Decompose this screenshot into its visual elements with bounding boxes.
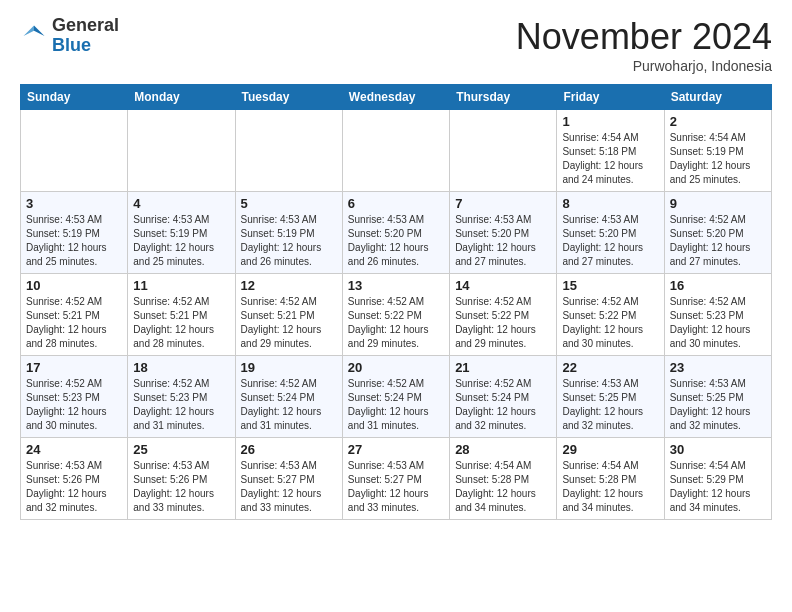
day-info: Sunrise: 4:52 AM Sunset: 5:21 PM Dayligh… [133, 295, 229, 351]
calendar-cell [21, 110, 128, 192]
calendar-cell: 26Sunrise: 4:53 AM Sunset: 5:27 PM Dayli… [235, 438, 342, 520]
calendar-cell: 27Sunrise: 4:53 AM Sunset: 5:27 PM Dayli… [342, 438, 449, 520]
day-info: Sunrise: 4:53 AM Sunset: 5:27 PM Dayligh… [241, 459, 337, 515]
day-number: 24 [26, 442, 122, 457]
calendar-cell: 22Sunrise: 4:53 AM Sunset: 5:25 PM Dayli… [557, 356, 664, 438]
calendar-cell: 21Sunrise: 4:52 AM Sunset: 5:24 PM Dayli… [450, 356, 557, 438]
calendar-week-1: 3Sunrise: 4:53 AM Sunset: 5:19 PM Daylig… [21, 192, 772, 274]
calendar-cell: 23Sunrise: 4:53 AM Sunset: 5:25 PM Dayli… [664, 356, 771, 438]
calendar-week-2: 10Sunrise: 4:52 AM Sunset: 5:21 PM Dayli… [21, 274, 772, 356]
day-number: 13 [348, 278, 444, 293]
day-number: 28 [455, 442, 551, 457]
day-info: Sunrise: 4:53 AM Sunset: 5:20 PM Dayligh… [455, 213, 551, 269]
day-info: Sunrise: 4:52 AM Sunset: 5:23 PM Dayligh… [26, 377, 122, 433]
calendar-cell: 30Sunrise: 4:54 AM Sunset: 5:29 PM Dayli… [664, 438, 771, 520]
day-info: Sunrise: 4:52 AM Sunset: 5:24 PM Dayligh… [348, 377, 444, 433]
day-number: 1 [562, 114, 658, 129]
day-info: Sunrise: 4:54 AM Sunset: 5:19 PM Dayligh… [670, 131, 766, 187]
day-number: 21 [455, 360, 551, 375]
day-info: Sunrise: 4:53 AM Sunset: 5:25 PM Dayligh… [562, 377, 658, 433]
calendar-cell: 4Sunrise: 4:53 AM Sunset: 5:19 PM Daylig… [128, 192, 235, 274]
calendar-cell: 24Sunrise: 4:53 AM Sunset: 5:26 PM Dayli… [21, 438, 128, 520]
calendar-week-4: 24Sunrise: 4:53 AM Sunset: 5:26 PM Dayli… [21, 438, 772, 520]
day-info: Sunrise: 4:52 AM Sunset: 5:23 PM Dayligh… [670, 295, 766, 351]
logo-icon [20, 22, 48, 50]
calendar-cell: 1Sunrise: 4:54 AM Sunset: 5:18 PM Daylig… [557, 110, 664, 192]
calendar-cell: 9Sunrise: 4:52 AM Sunset: 5:20 PM Daylig… [664, 192, 771, 274]
day-number: 12 [241, 278, 337, 293]
day-info: Sunrise: 4:53 AM Sunset: 5:20 PM Dayligh… [562, 213, 658, 269]
day-number: 20 [348, 360, 444, 375]
svg-marker-1 [24, 25, 35, 36]
calendar-cell: 14Sunrise: 4:52 AM Sunset: 5:22 PM Dayli… [450, 274, 557, 356]
calendar-cell: 5Sunrise: 4:53 AM Sunset: 5:19 PM Daylig… [235, 192, 342, 274]
col-header-monday: Monday [128, 85, 235, 110]
calendar-cell [450, 110, 557, 192]
location: Purwoharjo, Indonesia [516, 58, 772, 74]
logo-blue-text: Blue [52, 36, 119, 56]
calendar-cell: 15Sunrise: 4:52 AM Sunset: 5:22 PM Dayli… [557, 274, 664, 356]
calendar-cell: 25Sunrise: 4:53 AM Sunset: 5:26 PM Dayli… [128, 438, 235, 520]
calendar-cell: 12Sunrise: 4:52 AM Sunset: 5:21 PM Dayli… [235, 274, 342, 356]
header: General Blue November 2024 Purwoharjo, I… [20, 16, 772, 74]
day-info: Sunrise: 4:52 AM Sunset: 5:24 PM Dayligh… [455, 377, 551, 433]
calendar-cell: 8Sunrise: 4:53 AM Sunset: 5:20 PM Daylig… [557, 192, 664, 274]
logo-text: General Blue [52, 16, 119, 56]
day-info: Sunrise: 4:53 AM Sunset: 5:19 PM Dayligh… [26, 213, 122, 269]
calendar-cell: 29Sunrise: 4:54 AM Sunset: 5:28 PM Dayli… [557, 438, 664, 520]
calendar-cell: 3Sunrise: 4:53 AM Sunset: 5:19 PM Daylig… [21, 192, 128, 274]
day-number: 27 [348, 442, 444, 457]
calendar-cell: 16Sunrise: 4:52 AM Sunset: 5:23 PM Dayli… [664, 274, 771, 356]
day-number: 8 [562, 196, 658, 211]
day-number: 30 [670, 442, 766, 457]
col-header-saturday: Saturday [664, 85, 771, 110]
title-block: November 2024 Purwoharjo, Indonesia [516, 16, 772, 74]
day-number: 17 [26, 360, 122, 375]
day-info: Sunrise: 4:54 AM Sunset: 5:29 PM Dayligh… [670, 459, 766, 515]
day-info: Sunrise: 4:52 AM Sunset: 5:22 PM Dayligh… [348, 295, 444, 351]
day-info: Sunrise: 4:53 AM Sunset: 5:19 PM Dayligh… [241, 213, 337, 269]
day-number: 16 [670, 278, 766, 293]
day-info: Sunrise: 4:54 AM Sunset: 5:18 PM Dayligh… [562, 131, 658, 187]
calendar-cell: 2Sunrise: 4:54 AM Sunset: 5:19 PM Daylig… [664, 110, 771, 192]
day-number: 3 [26, 196, 122, 211]
calendar-cell [235, 110, 342, 192]
day-info: Sunrise: 4:52 AM Sunset: 5:21 PM Dayligh… [26, 295, 122, 351]
logo: General Blue [20, 16, 119, 56]
col-header-wednesday: Wednesday [342, 85, 449, 110]
calendar-cell: 10Sunrise: 4:52 AM Sunset: 5:21 PM Dayli… [21, 274, 128, 356]
calendar-cell: 7Sunrise: 4:53 AM Sunset: 5:20 PM Daylig… [450, 192, 557, 274]
day-info: Sunrise: 4:53 AM Sunset: 5:27 PM Dayligh… [348, 459, 444, 515]
day-info: Sunrise: 4:52 AM Sunset: 5:20 PM Dayligh… [670, 213, 766, 269]
day-info: Sunrise: 4:52 AM Sunset: 5:21 PM Dayligh… [241, 295, 337, 351]
day-number: 18 [133, 360, 229, 375]
day-info: Sunrise: 4:52 AM Sunset: 5:22 PM Dayligh… [455, 295, 551, 351]
calendar-cell: 17Sunrise: 4:52 AM Sunset: 5:23 PM Dayli… [21, 356, 128, 438]
logo-general-text: General [52, 16, 119, 36]
day-number: 4 [133, 196, 229, 211]
svg-marker-0 [34, 25, 45, 36]
day-number: 14 [455, 278, 551, 293]
day-number: 6 [348, 196, 444, 211]
day-number: 7 [455, 196, 551, 211]
col-header-sunday: Sunday [21, 85, 128, 110]
day-number: 2 [670, 114, 766, 129]
day-number: 19 [241, 360, 337, 375]
day-info: Sunrise: 4:52 AM Sunset: 5:23 PM Dayligh… [133, 377, 229, 433]
day-number: 5 [241, 196, 337, 211]
day-info: Sunrise: 4:53 AM Sunset: 5:26 PM Dayligh… [26, 459, 122, 515]
day-number: 22 [562, 360, 658, 375]
calendar-header-row: SundayMondayTuesdayWednesdayThursdayFrid… [21, 85, 772, 110]
calendar-week-0: 1Sunrise: 4:54 AM Sunset: 5:18 PM Daylig… [21, 110, 772, 192]
calendar-cell: 19Sunrise: 4:52 AM Sunset: 5:24 PM Dayli… [235, 356, 342, 438]
col-header-friday: Friday [557, 85, 664, 110]
day-info: Sunrise: 4:54 AM Sunset: 5:28 PM Dayligh… [562, 459, 658, 515]
col-header-thursday: Thursday [450, 85, 557, 110]
calendar-week-3: 17Sunrise: 4:52 AM Sunset: 5:23 PM Dayli… [21, 356, 772, 438]
calendar-cell: 20Sunrise: 4:52 AM Sunset: 5:24 PM Dayli… [342, 356, 449, 438]
day-number: 25 [133, 442, 229, 457]
calendar-cell: 6Sunrise: 4:53 AM Sunset: 5:20 PM Daylig… [342, 192, 449, 274]
day-number: 11 [133, 278, 229, 293]
day-info: Sunrise: 4:53 AM Sunset: 5:20 PM Dayligh… [348, 213, 444, 269]
day-info: Sunrise: 4:54 AM Sunset: 5:28 PM Dayligh… [455, 459, 551, 515]
